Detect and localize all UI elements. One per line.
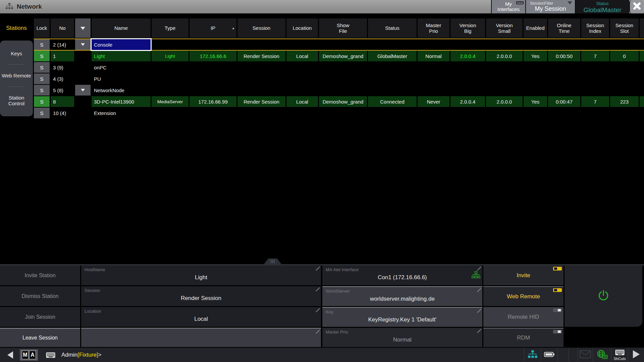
join-session-button[interactable]: Join Session — [0, 307, 80, 327]
expand-arrow[interactable] — [75, 85, 91, 96]
ma-logo-button[interactable]: M A — [20, 349, 38, 361]
lock-cell[interactable]: S — [34, 85, 50, 96]
version-big-cell[interactable] — [450, 73, 485, 84]
show-file-cell[interactable] — [319, 62, 367, 73]
station-row-extension[interactable]: S10 (4)Extension — [34, 108, 644, 118]
enabled-cell[interactable] — [524, 39, 547, 50]
session-slot-cell[interactable]: 0 — [610, 51, 639, 61]
no-cell[interactable]: 8 — [51, 96, 74, 107]
show-file-cell[interactable] — [319, 39, 367, 50]
column-header-show_file[interactable]: Show File — [319, 18, 367, 38]
enabled-cell[interactable] — [524, 62, 547, 73]
ip-cell[interactable] — [190, 85, 236, 96]
enabled-cell[interactable]: Yes — [524, 96, 547, 107]
session-index-cell[interactable] — [581, 85, 609, 96]
no-cell[interactable]: 1 — [51, 51, 74, 61]
enabled-cell[interactable] — [524, 85, 547, 96]
status-cell[interactable] — [368, 85, 417, 96]
name-cell[interactable]: Console — [92, 39, 151, 50]
status-cell[interactable] — [368, 62, 417, 73]
name-cell[interactable]: PU — [92, 73, 151, 84]
version-big-cell[interactable] — [450, 39, 485, 50]
column-header-name[interactable]: Name — [92, 18, 151, 38]
sidebar-item-web-remote[interactable]: Web Remote — [2, 73, 31, 78]
online-time-cell[interactable] — [548, 85, 580, 96]
version-small-cell[interactable] — [486, 85, 523, 96]
version-small-cell[interactable] — [486, 62, 523, 73]
type-cell[interactable]: Light — [152, 51, 189, 61]
column-header-session_slot[interactable]: Session Slot — [610, 18, 639, 38]
ip-cell[interactable] — [190, 108, 236, 118]
column-header-no[interactable]: No — [51, 18, 74, 38]
location-cell[interactable] — [286, 85, 318, 96]
invite-toggle[interactable]: Invite — [483, 265, 564, 285]
online-time-cell[interactable] — [548, 108, 580, 118]
remote-hid-toggle[interactable]: Remote HID — [483, 307, 564, 327]
online-time-cell[interactable] — [548, 73, 580, 84]
master-prio-cell[interactable]: Normal — [418, 51, 449, 61]
back-arrow-icon[interactable] — [7, 351, 13, 359]
station-row-pu[interactable]: S4 (3)PU — [34, 73, 644, 84]
enabled-cell[interactable] — [524, 108, 547, 118]
status-cell[interactable] — [368, 108, 417, 118]
name-cell[interactable]: Extension — [92, 108, 151, 118]
empty-field-field[interactable] — [81, 328, 321, 347]
status-cell[interactable] — [368, 73, 417, 84]
version-big-cell[interactable] — [450, 62, 485, 73]
ip-cell[interactable]: 172.16.66.99 — [190, 96, 236, 107]
show-file-cell[interactable] — [319, 73, 367, 84]
location-cell[interactable] — [286, 62, 318, 73]
status-cell[interactable]: GlobalMaster — [368, 51, 417, 61]
column-header-spacer[interactable] — [640, 18, 644, 38]
master-prio-cell[interactable] — [418, 85, 449, 96]
column-header-lock[interactable]: Lock — [34, 18, 50, 38]
ip-cell[interactable]: 172.16.66.6 — [190, 51, 236, 61]
online-time-cell[interactable] — [548, 39, 580, 50]
command-line-input[interactable]: Admin[Fixture]> — [61, 352, 102, 358]
status-indicator[interactable]: Status GlobalMaster — [575, 0, 629, 13]
name-cell[interactable]: 3D-PC-Intel13900 — [92, 96, 151, 107]
sidebar-tab-stations[interactable]: Stations — [0, 18, 33, 38]
station-row-onpc[interactable]: S3 (9)onPC — [34, 62, 644, 73]
session-slot-cell[interactable] — [610, 62, 639, 73]
column-header-enabled[interactable]: Enabled — [524, 18, 547, 38]
session-index-cell[interactable]: 7 — [581, 96, 609, 107]
online-time-cell[interactable]: 0:00:47 — [548, 96, 580, 107]
my-interfaces-button[interactable]: My Interfaces — [491, 0, 525, 13]
session-slot-cell[interactable] — [610, 39, 639, 50]
location-cell[interactable] — [286, 39, 318, 50]
location-cell[interactable]: Local — [286, 51, 318, 61]
version-big-cell[interactable]: 2.0.0.4 — [450, 51, 485, 61]
column-header-version_big[interactable]: Version Big — [450, 18, 485, 38]
version-small-cell[interactable] — [486, 108, 523, 118]
leave-session-button[interactable]: Leave Session — [0, 328, 80, 347]
no-cell[interactable]: 5 (8) — [51, 85, 74, 96]
type-cell[interactable] — [152, 39, 189, 50]
session-slot-cell[interactable]: 223 — [610, 96, 639, 107]
column-header-filter[interactable] — [75, 18, 91, 38]
version-small-cell[interactable] — [486, 39, 523, 50]
name-cell[interactable]: Light — [92, 51, 151, 61]
show-file-cell[interactable]: Demoshow_grand — [319, 51, 367, 61]
column-header-ip[interactable]: IP▲ — [190, 18, 236, 38]
station-row-3d-pc-intel13900[interactable]: S83D-PC-Intel13900MediaServer172.16.66.9… — [34, 96, 644, 107]
location-field[interactable]: Location Local — [81, 307, 321, 327]
column-header-online_time[interactable]: Online Time — [548, 18, 580, 38]
master-prio-cell[interactable]: Never — [418, 96, 449, 107]
column-header-session_index[interactable]: Session Index — [581, 18, 609, 38]
invite-station-button[interactable]: Invite Station — [0, 265, 80, 285]
station-row-networknode[interactable]: S5 (8)NetworkNode — [34, 85, 644, 96]
session-index-cell[interactable] — [581, 62, 609, 73]
session-cell[interactable] — [237, 108, 285, 118]
worldserver-field[interactable]: WorldServer worldserver.malighting.de — [322, 286, 482, 306]
mail-icon[interactable] — [578, 348, 593, 362]
close-button[interactable] — [629, 0, 644, 13]
sidebar-item-keys[interactable]: Keys — [11, 51, 22, 56]
type-cell[interactable] — [152, 85, 189, 96]
show-file-cell[interactable]: Demoshow_grand — [319, 96, 367, 107]
master-prio-cell[interactable] — [418, 108, 449, 118]
enabled-cell[interactable] — [524, 73, 547, 84]
show-file-cell[interactable] — [319, 85, 367, 96]
dismiss-station-button[interactable]: Dismiss Station — [0, 286, 80, 306]
lock-cell[interactable]: S — [34, 39, 50, 50]
